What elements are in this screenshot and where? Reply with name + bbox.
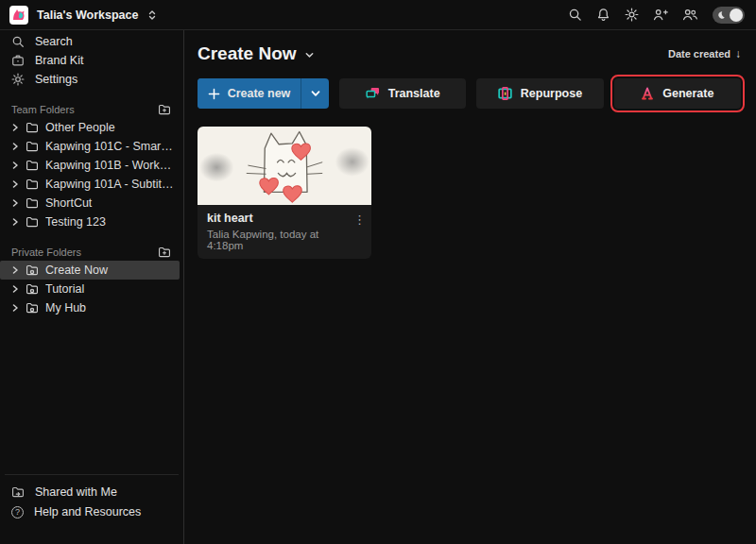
chevron-down-icon (310, 88, 321, 99)
gear-icon[interactable] (625, 8, 639, 22)
sidebar-item-label: Settings (35, 73, 77, 86)
sidebar: Search Brand Kit Settings Team Folders (0, 30, 184, 544)
repurpose-icon (498, 87, 512, 100)
private-folder-icon (26, 282, 39, 296)
folder-label: My Hub (45, 301, 174, 314)
folder-label: Kapwing 101B - Workspace, Tim… (45, 159, 174, 172)
folder-label: Other People (45, 121, 174, 134)
generate-ai-icon (641, 87, 654, 100)
moon-icon (716, 10, 726, 20)
chevron-right-icon[interactable] (11, 124, 19, 131)
ellipsis-menu-icon[interactable]: ⋮ (353, 213, 366, 226)
sidebar-item-label: Help and Resources (34, 505, 141, 518)
folder-label: Create Now (45, 264, 174, 277)
sidebar-item-settings[interactable]: Settings (0, 70, 183, 89)
add-folder-icon[interactable] (158, 103, 171, 116)
folder-label: Kapwing 101A - Subtitles, Text &… (45, 178, 174, 191)
toolbar: Create new Translate (198, 78, 741, 109)
chevron-right-icon[interactable] (11, 143, 19, 150)
folder-item-my-hub[interactable]: My Hub (0, 298, 180, 317)
folder-item-testing-123[interactable]: Testing 123 (0, 212, 180, 231)
kapwing-app: Talia's Workspace (0, 0, 756, 544)
plus-icon (208, 88, 220, 100)
translate-label: Translate (388, 87, 440, 100)
users-icon[interactable] (682, 8, 698, 22)
section-label: Private Folders (11, 246, 81, 258)
main-content: Create Now Date created ↓ Create new (185, 30, 756, 544)
project-title: kit heart (207, 212, 347, 227)
chevron-right-icon[interactable] (11, 218, 19, 226)
private-folders-section-header: Private Folders (0, 244, 183, 261)
sidebar-footer: Shared with Me ? Help and Resources (5, 474, 179, 544)
folder-item-create-now[interactable]: Create Now (0, 261, 180, 280)
chevron-right-icon[interactable] (11, 162, 19, 169)
workspace-selector[interactable]: Talia's Workspace (9, 6, 158, 25)
folder-item-shortcut[interactable]: ShortCut (0, 194, 180, 212)
dark-mode-toggle[interactable] (713, 7, 745, 24)
workspace-name: Talia's Workspace (37, 8, 138, 22)
project-card-info: kit heart Talia Kapwing, today at 4:18pm… (198, 205, 371, 259)
folder-icon (26, 159, 39, 172)
top-bar: Talia's Workspace (0, 0, 756, 30)
sidebar-item-shared-with-me[interactable]: Shared with Me (5, 483, 179, 502)
sidebar-item-label: Search (35, 35, 73, 48)
project-card[interactable]: kit heart Talia Kapwing, today at 4:18pm… (198, 127, 371, 259)
create-new-split-button: Create new (198, 78, 329, 109)
folder-label: Kapwing 101C - Smart Tools & AI (45, 140, 174, 153)
folder-icon (26, 196, 39, 210)
toggle-knob (730, 8, 743, 22)
page-title: Create Now (198, 43, 297, 64)
bell-icon[interactable] (596, 8, 610, 22)
section-label: Team Folders (11, 104, 75, 115)
cat-doodle-image (245, 129, 324, 203)
sidebar-item-help-and-resources[interactable]: ? Help and Resources (5, 502, 179, 521)
chevron-right-icon[interactable] (11, 285, 19, 293)
folder-label: ShortCut (45, 196, 174, 210)
briefcase-icon (11, 54, 25, 67)
folder-item-kapwing-101c[interactable]: Kapwing 101C - Smart Tools & AI (0, 137, 180, 156)
folder-icon (26, 121, 39, 134)
folder-item-kapwing-101a[interactable]: Kapwing 101A - Subtitles, Text &… (0, 175, 180, 194)
create-new-dropdown-button[interactable] (301, 78, 329, 109)
sidebar-item-brand-kit[interactable]: Brand Kit (0, 51, 183, 70)
arrow-down-icon: ↓ (735, 47, 741, 60)
sidebar-item-label: Brand Kit (35, 54, 83, 67)
folder-label: Tutorial (45, 282, 174, 296)
sort-label: Date created (668, 48, 730, 60)
add-folder-icon[interactable] (158, 246, 171, 259)
repurpose-label: Repurpose (521, 87, 582, 100)
folder-label: Testing 123 (45, 215, 174, 229)
create-new-button[interactable]: Create new (198, 78, 301, 109)
folder-icon (26, 178, 39, 191)
search-icon[interactable] (568, 8, 582, 22)
gear-icon (11, 73, 25, 86)
main-header: Create Now Date created ↓ (198, 43, 741, 64)
generate-label: Generate (662, 87, 713, 100)
folder-icon (26, 140, 39, 153)
create-new-label: Create new (228, 87, 291, 100)
chevron-right-icon[interactable] (11, 199, 19, 207)
project-thumbnail (198, 127, 371, 205)
team-folders-section-header: Team Folders (0, 101, 183, 118)
private-folder-icon (26, 301, 39, 314)
shared-folder-icon (11, 485, 25, 499)
help-circle-icon: ? (11, 506, 24, 518)
folder-item-tutorial[interactable]: Tutorial (0, 280, 180, 298)
search-icon (11, 35, 25, 48)
generate-button[interactable]: Generate (614, 78, 741, 109)
folder-item-kapwing-101b[interactable]: Kapwing 101B - Workspace, Tim… (0, 156, 180, 175)
top-bar-actions (568, 7, 745, 24)
folder-item-other-people[interactable]: Other People (0, 118, 180, 137)
page-title-menu[interactable]: Create Now (198, 43, 315, 64)
chevron-right-icon[interactable] (11, 304, 19, 312)
sort-control[interactable]: Date created ↓ (668, 47, 741, 60)
chevron-down-icon (304, 50, 315, 60)
repurpose-button[interactable]: Repurpose (476, 78, 603, 109)
workspace-switch-chevron-icon[interactable] (146, 9, 158, 21)
chevron-right-icon[interactable] (11, 266, 19, 274)
translate-button[interactable]: Translate (339, 78, 466, 109)
sidebar-item-search[interactable]: Search (0, 32, 183, 51)
user-add-icon[interactable] (653, 8, 668, 22)
chevron-right-icon[interactable] (11, 180, 19, 188)
sidebar-item-label: Shared with Me (35, 485, 117, 499)
